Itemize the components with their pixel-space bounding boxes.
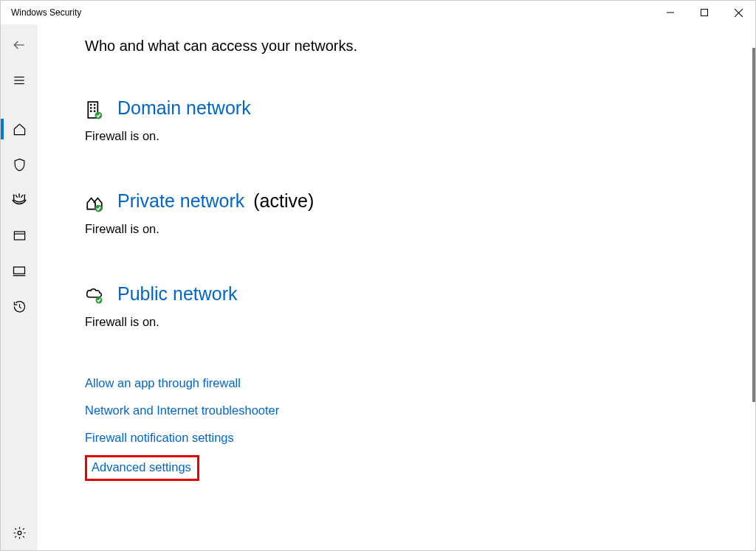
section-private-network: Private network (active) Firewall is on. [85, 190, 755, 236]
svg-rect-16 [90, 103, 92, 105]
sidebar-item-settings[interactable] [1, 515, 38, 550]
section-public-network: Public network Firewall is on. [85, 283, 755, 329]
close-button[interactable] [721, 1, 755, 24]
public-network-link[interactable]: Public network [117, 283, 238, 305]
titlebar: Windows Security [1, 1, 755, 24]
maximize-button[interactable] [687, 1, 721, 24]
scrollbar[interactable] [752, 48, 755, 402]
sidebar-item-firewall[interactable] [1, 182, 38, 218]
svg-rect-21 [94, 110, 95, 111]
sidebar-item-virus[interactable] [1, 147, 38, 182]
svg-rect-12 [14, 267, 25, 274]
private-network-icon [85, 193, 104, 212]
sidebar-item-home[interactable] [1, 111, 38, 147]
public-network-status: Firewall is on. [85, 315, 755, 329]
window-title: Windows Security [1, 7, 81, 18]
svg-rect-17 [94, 103, 95, 105]
link-advanced-settings[interactable]: Advanced settings [92, 460, 191, 474]
svg-rect-1 [701, 10, 708, 16]
svg-point-8 [13, 195, 14, 195]
domain-network-link[interactable]: Domain network [117, 97, 251, 119]
main-content: Who and what can access your networks. D… [38, 24, 755, 550]
hamburger-menu[interactable] [1, 63, 38, 98]
domain-network-icon [85, 100, 104, 119]
link-notification-settings[interactable]: Firewall notification settings [85, 431, 234, 445]
svg-rect-18 [90, 107, 92, 108]
sidebar-item-app-browser[interactable] [1, 218, 38, 253]
private-network-link[interactable]: Private network [117, 190, 244, 212]
svg-rect-10 [14, 231, 24, 239]
links-section: Allow an app through firewall Network an… [85, 376, 755, 481]
public-network-icon [85, 286, 104, 305]
svg-rect-20 [90, 110, 92, 111]
private-network-active-label: (active) [253, 190, 314, 212]
app-body: Who and what can access your networks. D… [1, 24, 755, 550]
back-button[interactable] [1, 27, 38, 63]
section-domain-network: Domain network Firewall is on. [85, 97, 755, 143]
svg-point-14 [18, 531, 21, 535]
link-troubleshooter[interactable]: Network and Internet troubleshooter [85, 403, 279, 417]
svg-rect-19 [94, 107, 95, 108]
sidebar-item-history[interactable] [1, 288, 38, 324]
sidebar [1, 24, 38, 550]
advanced-settings-highlight: Advanced settings [85, 455, 199, 481]
minimize-button[interactable] [653, 1, 687, 24]
sidebar-item-device-security[interactable] [1, 253, 38, 288]
link-allow-app[interactable]: Allow an app through firewall [85, 376, 241, 390]
domain-network-status: Firewall is on. [85, 129, 755, 143]
page-subtitle: Who and what can access your networks. [85, 38, 755, 55]
svg-point-9 [24, 195, 25, 195]
private-network-status: Firewall is on. [85, 222, 755, 236]
